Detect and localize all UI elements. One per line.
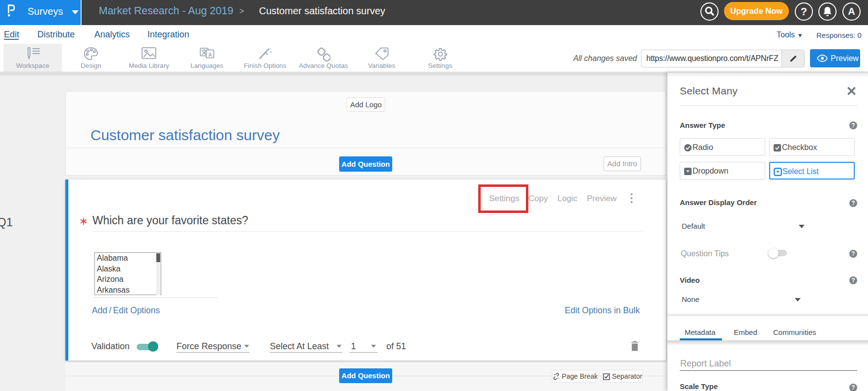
svg-text:A: A [208,52,212,58]
